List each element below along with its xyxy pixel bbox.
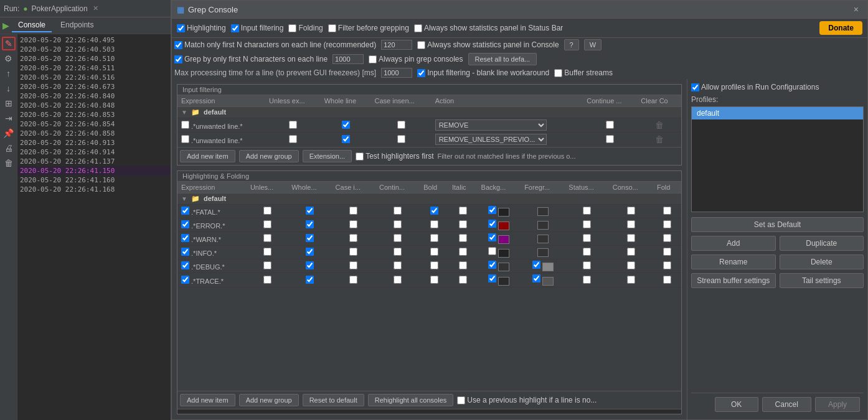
fatal-case[interactable]: [349, 207, 357, 215]
fatal-bold[interactable]: [430, 207, 438, 215]
row1-case[interactable]: [397, 121, 405, 129]
fatal-unless[interactable]: [263, 207, 271, 215]
print-icon[interactable]: 🖨: [2, 141, 16, 155]
error-case[interactable]: [349, 220, 357, 228]
fatal-enabled[interactable]: [181, 207, 189, 215]
pin-icon[interactable]: 📌: [2, 126, 16, 140]
warn-bg-cb[interactable]: [488, 233, 496, 241]
hf-scrollbar[interactable]: [177, 409, 681, 414]
debug-fold[interactable]: [663, 261, 671, 269]
row1-enabled[interactable]: [181, 121, 189, 129]
row2-case[interactable]: [397, 135, 405, 143]
if-add-new-item-button[interactable]: Add new item: [180, 150, 235, 162]
fatal-whole[interactable]: [306, 207, 314, 215]
debug-unless[interactable]: [263, 261, 271, 269]
info-italic[interactable]: [459, 248, 467, 256]
warn-fg-swatch[interactable]: [537, 235, 549, 243]
max-processing-input[interactable]: [381, 68, 412, 78]
trace-fold[interactable]: [663, 276, 671, 284]
highlighting-checkbox[interactable]: [177, 24, 185, 32]
warn-contin[interactable]: [394, 234, 402, 242]
cancel-button[interactable]: Cancel: [762, 397, 811, 412]
fatal-fg-swatch[interactable]: [537, 207, 549, 216]
trace-fg-cb[interactable]: [532, 274, 540, 282]
debug-italic[interactable]: [459, 261, 467, 269]
folding-checkbox[interactable]: [288, 24, 296, 32]
delete-button[interactable]: Delete: [780, 254, 864, 269]
hf-rehighlight-button[interactable]: Rehighlight all consoles: [368, 394, 454, 406]
trace-fg-swatch[interactable]: [542, 277, 554, 286]
reset-all-button[interactable]: Reset all to defa...: [468, 53, 537, 65]
error-enabled[interactable]: [181, 220, 189, 228]
tail-settings-button[interactable]: Tail settings: [780, 273, 864, 288]
settings-icon[interactable]: ⚙: [2, 52, 16, 65]
error-unless[interactable]: [263, 220, 271, 228]
expand-icon[interactable]: ▼: [181, 109, 187, 116]
row1-whole[interactable]: [342, 121, 350, 129]
trace-bold[interactable]: [430, 276, 438, 284]
debug-conso[interactable]: [627, 261, 635, 269]
console-tab[interactable]: Console: [12, 19, 52, 32]
warn-italic[interactable]: [459, 234, 467, 242]
fatal-bg-swatch[interactable]: [498, 208, 509, 217]
test-highlighters-checkbox[interactable]: [356, 152, 364, 161]
row2-continue[interactable]: [606, 135, 614, 143]
row2-whole[interactable]: [342, 135, 350, 143]
row1-continue[interactable]: [606, 121, 614, 129]
trace-contin[interactable]: [394, 276, 402, 284]
row1-trash-icon[interactable]: 🗑: [655, 120, 664, 130]
always-show-stats-console-checkbox[interactable]: [417, 41, 425, 49]
match-only-first-n-input[interactable]: [381, 40, 412, 50]
fatal-status[interactable]: [583, 207, 591, 215]
rename-button[interactable]: Rename: [691, 254, 776, 269]
warn-case[interactable]: [349, 234, 357, 242]
warn-bg-swatch[interactable]: [498, 235, 509, 244]
debug-bg-swatch[interactable]: [498, 263, 509, 271]
warn-conso[interactable]: [627, 234, 635, 242]
duplicate-button[interactable]: Duplicate: [780, 236, 864, 251]
warn-status[interactable]: [583, 234, 591, 242]
info-fg-swatch[interactable]: [537, 248, 549, 257]
down-icon[interactable]: ↓: [2, 82, 16, 95]
info-status[interactable]: [583, 248, 591, 256]
info-bg-cb[interactable]: [488, 247, 496, 255]
grep-by-only-first-n-checkbox[interactable]: [174, 55, 182, 63]
input-filtering-content[interactable]: Expression Unless ex... Whole line Case …: [177, 95, 681, 147]
buffer-streams-checkbox[interactable]: [554, 69, 562, 77]
error-bg-cb[interactable]: [488, 220, 496, 228]
debug-bg-cb[interactable]: [488, 261, 496, 269]
row2-enabled[interactable]: [181, 135, 189, 143]
error-bg-swatch[interactable]: [498, 222, 509, 230]
always-pin-checkbox[interactable]: [369, 55, 377, 63]
hf-add-new-item-button[interactable]: Add new item: [180, 394, 235, 406]
warn-whole[interactable]: [306, 234, 314, 242]
fatal-italic[interactable]: [459, 207, 467, 215]
endpoints-tab[interactable]: Endpoints: [54, 19, 100, 32]
use-previous-checkbox[interactable]: [457, 396, 465, 404]
debug-fg-cb[interactable]: [532, 261, 540, 269]
input-filtering-checkbox[interactable]: [231, 24, 239, 32]
error-conso[interactable]: [627, 220, 635, 228]
info-contin[interactable]: [394, 248, 402, 256]
stream-buffer-button[interactable]: Stream buffer settings: [691, 273, 776, 288]
always-show-stats-checkbox-label[interactable]: Always show statistics panel in Status B…: [414, 24, 563, 32]
fatal-contin[interactable]: [394, 207, 402, 215]
warn-bold[interactable]: [430, 234, 438, 242]
debug-status[interactable]: [583, 261, 591, 269]
error-fg-swatch[interactable]: [537, 221, 549, 230]
warn-unless[interactable]: [263, 234, 271, 242]
if-extension-button[interactable]: Extension...: [303, 150, 352, 162]
play-icon[interactable]: ▶: [2, 21, 9, 30]
match-only-first-n-checkbox[interactable]: [174, 41, 182, 49]
error-contin[interactable]: [394, 220, 402, 228]
folding-checkbox-label[interactable]: Folding: [288, 24, 323, 32]
row2-action[interactable]: REMOVE REMOVE_UNLESS_PREVIO...: [435, 134, 547, 145]
indent-icon[interactable]: ⇥: [2, 111, 16, 125]
row2-trash-icon[interactable]: 🗑: [655, 134, 664, 144]
input-filtering-blank-checkbox[interactable]: [417, 69, 425, 77]
fatal-conso[interactable]: [627, 207, 635, 215]
trace-unless[interactable]: [263, 276, 271, 284]
trace-enabled[interactable]: [181, 276, 189, 284]
info-case[interactable]: [349, 248, 357, 256]
error-status[interactable]: [583, 220, 591, 228]
